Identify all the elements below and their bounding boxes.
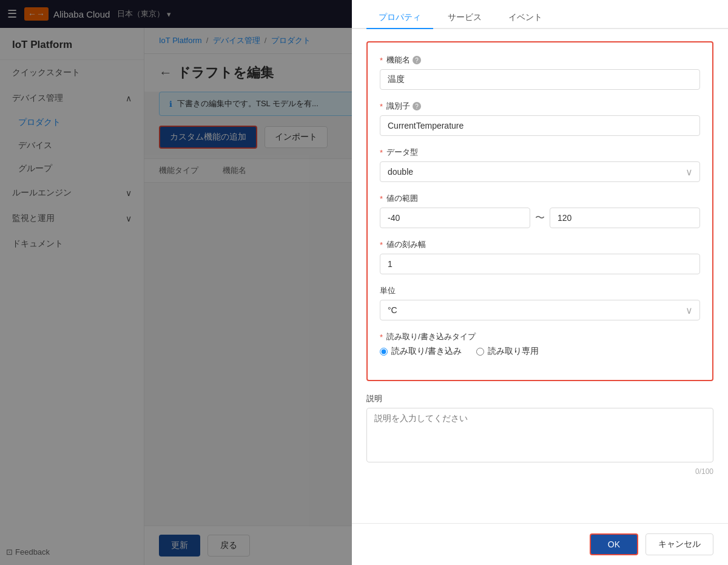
identifier-label-text: 識別子 xyxy=(386,101,410,112)
feature-name-input[interactable] xyxy=(380,69,700,90)
range-label: * 値の範囲 xyxy=(380,193,700,204)
rw-option1-text: 読み取り/書き込み xyxy=(391,346,462,357)
feature-name-label-text: 機能名 xyxy=(386,55,410,66)
form-group-unit: 単位 °C °F K ∨ xyxy=(380,285,700,320)
step-label: * 値の刻み幅 xyxy=(380,239,700,250)
rw-type-label: * 読み取り/書き込みタイプ xyxy=(380,331,700,342)
modal-form: * 機能名 ? * 識別子 ? * データ型 xyxy=(352,29,728,523)
unit-select[interactable]: °C °F K xyxy=(380,300,700,320)
required-star-4: * xyxy=(380,194,383,203)
rw-type-label-text: 読み取り/書き込みタイプ xyxy=(386,331,476,342)
rw-type-radio-group: 読み取り/書き込み 読み取り専用 xyxy=(380,346,700,357)
modal-tabs: プロパティ サービス イベント xyxy=(352,0,728,29)
tab-properties[interactable]: プロパティ xyxy=(366,7,433,29)
form-group-step: * 値の刻み幅 xyxy=(380,239,700,274)
description-section: 説明 0/100 xyxy=(366,393,713,476)
identifier-input[interactable] xyxy=(380,115,700,136)
data-type-select[interactable]: double float int long bool text xyxy=(380,161,700,182)
step-input[interactable] xyxy=(380,254,700,274)
form-section-main: * 機能名 ? * 識別子 ? * データ型 xyxy=(366,41,713,381)
char-count: 0/100 xyxy=(366,467,713,476)
data-type-label: * データ型 xyxy=(380,147,700,158)
tab-events[interactable]: イベント xyxy=(496,7,554,29)
step-label-text: 値の刻み幅 xyxy=(386,239,426,250)
unit-select-wrapper: °C °F K ∨ xyxy=(380,300,700,320)
rw-option1-label[interactable]: 読み取り/書き込み xyxy=(380,346,462,357)
desc-label: 説明 xyxy=(366,393,713,404)
range-label-text: 値の範囲 xyxy=(386,193,418,204)
form-group-identifier: * 識別子 ? xyxy=(380,101,700,136)
required-star-6: * xyxy=(380,333,383,342)
data-type-label-text: データ型 xyxy=(386,147,418,158)
cancel-button[interactable]: キャンセル xyxy=(645,533,713,555)
range-max-input[interactable] xyxy=(550,208,700,228)
rw-option2-text: 読み取り専用 xyxy=(488,346,539,357)
unit-label: 単位 xyxy=(380,285,700,296)
range-separator: 〜 xyxy=(535,212,545,225)
tab-services[interactable]: サービス xyxy=(436,7,494,29)
feature-name-label: * 機能名 ? xyxy=(380,55,700,66)
rw-option2-label[interactable]: 読み取り専用 xyxy=(476,346,539,357)
rw-option2-radio[interactable] xyxy=(476,348,484,356)
range-min-input[interactable] xyxy=(380,208,530,228)
ok-button[interactable]: OK xyxy=(590,533,638,555)
form-group-range: * 値の範囲 〜 xyxy=(380,193,700,228)
modal-footer: OK キャンセル xyxy=(352,523,728,565)
required-star: * xyxy=(380,56,383,65)
modal-panel: プロパティ サービス イベント * 機能名 ? * 識別子 ? xyxy=(352,0,728,565)
rw-option1-radio[interactable] xyxy=(380,348,388,356)
desc-textarea[interactable] xyxy=(366,408,713,462)
data-type-select-wrapper: double float int long bool text ∨ xyxy=(380,161,700,182)
form-group-rw-type: * 読み取り/書き込みタイプ 読み取り/書き込み 読み取り専用 xyxy=(380,331,700,357)
unit-label-text: 単位 xyxy=(380,285,396,296)
required-star-5: * xyxy=(380,240,383,249)
help-icon-feature-name[interactable]: ? xyxy=(413,56,421,64)
identifier-label: * 識別子 ? xyxy=(380,101,700,112)
required-star-3: * xyxy=(380,148,383,157)
form-group-data-type: * データ型 double float int long bool text ∨ xyxy=(380,147,700,182)
help-icon-identifier[interactable]: ? xyxy=(413,102,421,110)
range-group: 〜 xyxy=(380,208,700,228)
required-star-2: * xyxy=(380,102,383,111)
form-group-feature-name: * 機能名 ? xyxy=(380,55,700,90)
